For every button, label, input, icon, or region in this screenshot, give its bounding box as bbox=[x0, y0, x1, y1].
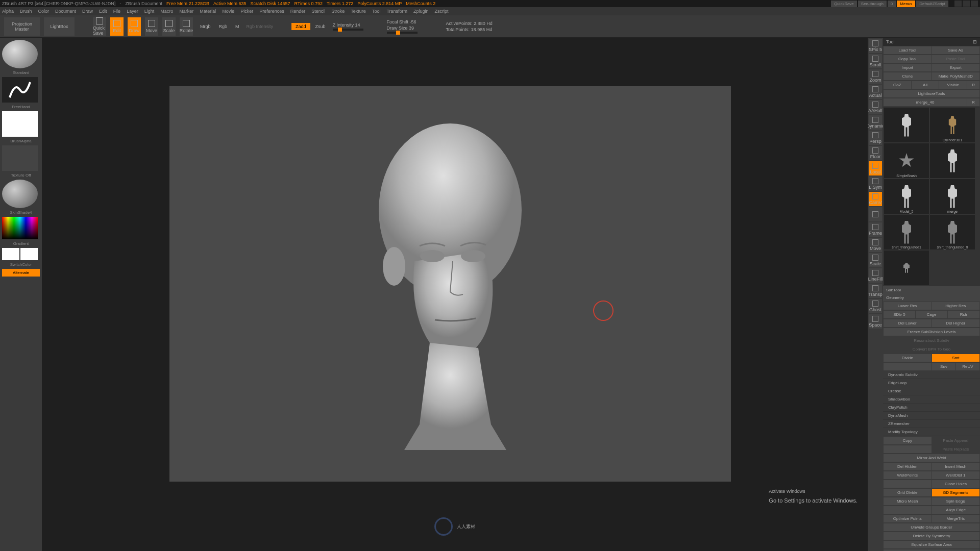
mirror-weld-button[interactable]: Mirror And Weld bbox=[884, 454, 979, 462]
all-button[interactable]: All bbox=[912, 81, 939, 89]
linefill-button[interactable]: LineFill bbox=[869, 268, 882, 283]
menu-material[interactable]: Material bbox=[200, 9, 216, 14]
stroke-selector[interactable] bbox=[2, 77, 38, 103]
suv-button[interactable]: Suv bbox=[932, 363, 955, 370]
freeze-subdiv-button[interactable]: Freeze SubDivision Levels bbox=[884, 328, 979, 336]
menus-button[interactable]: Menus bbox=[897, 1, 915, 7]
actual-button[interactable]: Actual bbox=[869, 85, 882, 99]
draw-size[interactable]: Draw Size 39 bbox=[387, 26, 414, 31]
aahalf-button[interactable]: AAHalf bbox=[869, 100, 882, 114]
tool-thumb-9[interactable] bbox=[884, 251, 929, 285]
draw-mode[interactable]: Draw bbox=[128, 17, 141, 36]
convert-bpr-button[interactable]: Convert BPR To Geo bbox=[884, 345, 979, 353]
paste-tool-button[interactable]: Paste Tool bbox=[932, 55, 980, 63]
tool-thumb-merge[interactable]: merge bbox=[930, 179, 975, 214]
make-polymesh-button[interactable]: Make PolyMesh3D bbox=[932, 72, 980, 80]
paste-replace-button[interactable]: Paste Replace bbox=[932, 445, 979, 453]
menu-zplugin[interactable]: Zplugin bbox=[413, 9, 429, 14]
copy-tool-button[interactable]: Copy Tool bbox=[884, 55, 932, 63]
space-button[interactable]: Space bbox=[869, 314, 882, 329]
divide-button[interactable]: Divide bbox=[884, 354, 932, 362]
spix-button[interactable]: SPix 5 bbox=[869, 39, 882, 53]
higher-res-button[interactable]: Higher Res bbox=[932, 302, 980, 310]
menu-marker[interactable]: Marker bbox=[179, 9, 193, 14]
weld-points-button[interactable]: WeldPoints bbox=[884, 471, 932, 479]
close-icon[interactable] bbox=[971, 1, 978, 7]
del-lower-button[interactable]: Del Lower bbox=[884, 319, 932, 327]
delete-by-symmetry-button[interactable]: Delete By Symmetry bbox=[884, 532, 979, 540]
menu-render[interactable]: Render bbox=[290, 9, 306, 14]
color-picker[interactable] bbox=[2, 217, 38, 239]
tool-thumb-simplebrush[interactable]: SimpleBrush bbox=[884, 143, 929, 178]
menu-stencil[interactable]: Stencil bbox=[311, 9, 325, 14]
move-view-button[interactable]: Move bbox=[869, 238, 882, 252]
local-button[interactable]: Local bbox=[869, 161, 882, 176]
spin-edge-button[interactable]: Spin Edge bbox=[932, 497, 980, 505]
menu-document[interactable]: Document bbox=[55, 9, 76, 14]
visible-button[interactable]: Visible bbox=[939, 81, 967, 89]
seethrough-value[interactable]: 0 bbox=[888, 1, 896, 7]
goz-button[interactable]: GoZ bbox=[884, 81, 911, 89]
grid-divide-button[interactable]: Grid Divide bbox=[884, 489, 932, 496]
menu-stroke[interactable]: Stroke bbox=[331, 9, 345, 14]
alternate-button[interactable]: Alternate bbox=[2, 269, 40, 277]
paste-append-button[interactable]: Paste Append bbox=[932, 437, 980, 444]
clone-button[interactable]: Clone bbox=[884, 72, 932, 80]
canvas[interactable]: 人人素材 bbox=[42, 38, 868, 551]
lightbox-button[interactable]: LightBox bbox=[44, 17, 75, 36]
scroll-button[interactable]: Scroll bbox=[869, 54, 882, 68]
menu-picker[interactable]: Picker bbox=[240, 9, 253, 14]
merge-label[interactable]: merge_40 bbox=[884, 98, 967, 106]
transp-button[interactable]: Transp bbox=[869, 284, 882, 298]
close-holes-button[interactable]: Close Holes bbox=[932, 480, 979, 488]
r2-button[interactable]: R bbox=[967, 98, 979, 106]
tool-panel-header[interactable]: Tool⊟ bbox=[883, 38, 980, 46]
micro-mesh-button[interactable]: Micro Mesh bbox=[884, 497, 932, 505]
export-button[interactable]: Export bbox=[932, 64, 980, 71]
camv-button[interactable]: CamV bbox=[869, 192, 882, 206]
rgb-button[interactable]: Rgb bbox=[216, 23, 231, 30]
shadowbox-section[interactable]: ShadowBox bbox=[883, 395, 980, 404]
crease-section[interactable]: Crease bbox=[883, 387, 980, 395]
menu-macro[interactable]: Macro bbox=[160, 9, 173, 14]
modify-topology-section[interactable]: Modify Topology bbox=[883, 428, 980, 436]
zoom-button[interactable]: Zoom bbox=[869, 69, 882, 84]
color-secondary[interactable] bbox=[20, 248, 38, 260]
persp-button[interactable]: Persp bbox=[869, 131, 882, 145]
insert-mesh-button[interactable]: Insert Mesh bbox=[932, 463, 980, 470]
menu-file[interactable]: File bbox=[113, 9, 121, 14]
tool-thumb-4[interactable] bbox=[930, 143, 975, 178]
import-button[interactable]: Import bbox=[884, 64, 932, 71]
edgeloop-section[interactable]: EdgeLoop bbox=[883, 379, 980, 387]
quicksave-tool[interactable]: Quick Save bbox=[93, 17, 106, 36]
focal-shift[interactable]: Focal Shift -56 bbox=[387, 19, 416, 24]
menu-transform[interactable]: Transform bbox=[386, 9, 407, 14]
del-higher-button[interactable]: Del Higher bbox=[932, 319, 980, 327]
cage-button[interactable]: Cage bbox=[916, 311, 947, 318]
reuv-button[interactable]: ReUV bbox=[956, 363, 979, 370]
menu-movie[interactable]: Movie bbox=[222, 9, 234, 14]
blank-button[interactable] bbox=[869, 207, 882, 221]
equalize-surface-button[interactable]: Equalize Surface Area bbox=[884, 541, 979, 548]
brush-selector[interactable] bbox=[2, 40, 38, 68]
scale-mode[interactable]: Scale bbox=[162, 17, 176, 36]
gd-segments-button[interactable]: GD Segments bbox=[932, 489, 980, 496]
menu-edit[interactable]: Edit bbox=[99, 9, 107, 14]
default-script[interactable]: DefaultZScript bbox=[916, 1, 948, 7]
maximize-icon[interactable] bbox=[963, 1, 970, 7]
menu-preferences[interactable]: Preferences bbox=[259, 9, 284, 14]
r-button[interactable]: R bbox=[967, 81, 979, 89]
edit-mode[interactable]: Edit bbox=[110, 17, 124, 36]
tool-thumb-model5[interactable]: Model_5 bbox=[884, 179, 929, 214]
ghost-button[interactable]: Ghost bbox=[869, 299, 882, 313]
copy-button[interactable]: Copy bbox=[884, 437, 932, 444]
menu-color[interactable]: Color bbox=[38, 9, 50, 14]
menu-alpha[interactable]: Alpha bbox=[2, 9, 14, 14]
material-selector[interactable] bbox=[2, 180, 38, 208]
z-intensity[interactable]: Z Intensity 14 bbox=[333, 22, 360, 28]
move-mode[interactable]: Move bbox=[145, 17, 158, 36]
menu-draw[interactable]: Draw bbox=[82, 9, 93, 14]
switch-color-label[interactable]: SwitchColor bbox=[2, 262, 40, 267]
sdiv-slider[interactable]: SDiv 5 bbox=[884, 311, 915, 318]
quicksave-button[interactable]: QuickSave bbox=[831, 1, 857, 7]
